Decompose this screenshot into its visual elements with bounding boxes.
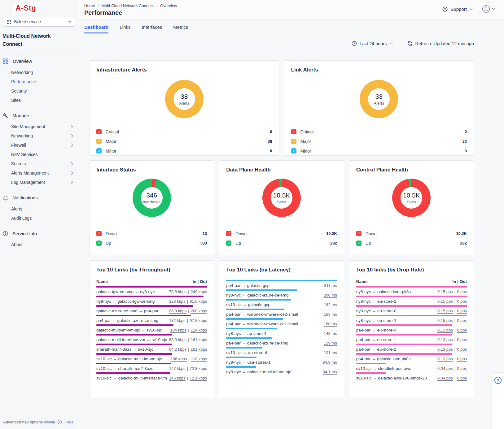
legend-checkbox[interactable]: ✓ [291, 148, 296, 154]
latency-value-link[interactable]: 101 ms [324, 350, 337, 355]
in-value-link[interactable]: 0.13 pps [437, 328, 453, 332]
out-value-link[interactable]: 97.8 kbps [190, 318, 207, 323]
out-value-link[interactable]: 161 kbps [191, 337, 207, 342]
in-value-link[interactable]: 0.04 pps [437, 366, 453, 371]
legend-checkbox[interactable]: ✓ [226, 240, 231, 246]
in-value-link[interactable]: 86.8 kbps [169, 309, 186, 313]
in-value-link[interactable]: 104 kbps [170, 328, 186, 332]
sidebar-section-service-info[interactable]: Service Info [0, 226, 78, 240]
tab-links[interactable]: Links [120, 24, 130, 33]
in-value-link[interactable]: 0.15 pps [437, 309, 453, 313]
tab-interfaces[interactable]: Interfaces [142, 24, 162, 33]
out-value-link[interactable]: 161 kbps [191, 347, 207, 352]
out-value-link[interactable]: 0 pps [457, 328, 467, 332]
out-value-link[interactable]: 118 kbps [191, 357, 207, 361]
in-value-link[interactable]: 0.15 pps [437, 289, 453, 294]
legend-checkbox[interactable]: ✓ [96, 139, 102, 144]
sidebar-item-about[interactable]: About [0, 240, 78, 249]
out-value-link[interactable]: 0 pps [457, 289, 467, 294]
hide-nav-link[interactable]: Hide [65, 420, 74, 424]
out-value-link[interactable]: 0 pps [457, 337, 467, 342]
out-value-link[interactable]: 91.6 kbps [190, 299, 207, 304]
sidebar-item-security[interactable]: Security [0, 86, 78, 96]
link-alerts-link[interactable]: Link Alerts [291, 67, 318, 73]
sidebar-section-manage[interactable]: Manage [0, 108, 78, 122]
latency-value-link[interactable]: 311 ms [324, 283, 337, 288]
in-value-link[interactable]: 147 kbps [169, 366, 186, 371]
out-value-link[interactable]: 0 pps [457, 357, 467, 361]
out-value-link[interactable]: 124 kbps [191, 328, 207, 332]
out-value-link[interactable]: 0 pps [457, 318, 467, 323]
legend-checkbox[interactable]: ✓ [96, 129, 102, 134]
sidebar-item-alerts-management[interactable]: Alerts Management [0, 168, 78, 178]
in-value-link[interactable]: 63.9 kbps [169, 337, 186, 342]
out-value-link[interactable]: 72.8 kbps [190, 366, 207, 371]
latency-value-link[interactable]: 129 ms [324, 341, 337, 345]
interface-status-link[interactable]: Interface Status [96, 167, 136, 173]
in-value-link[interactable]: 0.13 pps [437, 357, 453, 361]
tab-dashboard[interactable]: Dashboard [84, 24, 108, 33]
legend-checkbox[interactable]: ✓ [96, 148, 102, 154]
breadcrumb-home[interactable]: Home [84, 3, 95, 8]
latency-value-link[interactable]: 143 ms [324, 331, 337, 336]
top-links-throughput-link[interactable]: Top 10 Links (by Throughput) [96, 267, 170, 273]
breadcrumb-overview[interactable]: Overview [160, 3, 177, 8]
out-value-link[interactable]: 0 pps [457, 299, 467, 304]
in-value-link[interactable]: 0.04 pps [437, 376, 453, 380]
sidebar-item-networking-manage[interactable]: Networking [0, 131, 78, 141]
legend-checkbox[interactable]: ✓ [291, 139, 296, 144]
sidebar-item-nfv-services[interactable]: NFV Services [0, 150, 78, 159]
latency-value-link[interactable]: 182 ms [324, 302, 337, 307]
breadcrumb-service[interactable]: Multi-Cloud Network Connect [101, 3, 154, 8]
out-value-link[interactable]: 72.1 kbps [190, 376, 207, 380]
infrastructure-alerts-link[interactable]: Infrastructure Alerts [96, 67, 147, 73]
in-value-link[interactable]: 106 kbps [170, 357, 187, 361]
in-value-link[interactable]: 78.8 kbps [169, 289, 186, 294]
tab-metrics[interactable]: Metrics [173, 24, 188, 33]
in-value-link[interactable]: 64.2 kbps [169, 347, 186, 352]
latency-value-link[interactable]: 163 ms [324, 312, 337, 317]
out-value-link[interactable]: 0 pps [457, 309, 467, 313]
time-range-select[interactable]: Last 24 hours [352, 41, 393, 46]
in-value-link[interactable]: 226 kbps [169, 299, 186, 304]
in-value-link[interactable]: 0.15 pps [437, 299, 453, 304]
latency-value-link[interactable]: 200 ms [324, 293, 337, 297]
in-value-link[interactable]: 0.13 pps [437, 337, 453, 342]
legend-checkbox[interactable]: ✓ [356, 231, 362, 236]
legend-checkbox[interactable]: ✓ [291, 129, 296, 134]
in-value-link[interactable]: 182 kbps [169, 318, 186, 323]
sidebar-item-firewall[interactable]: Firewall [0, 141, 78, 150]
legend-checkbox[interactable]: ✓ [96, 240, 102, 246]
out-value-link[interactable]: 0 pps [457, 366, 467, 371]
legend-checkbox[interactable]: ✓ [356, 240, 362, 246]
legend-checkbox[interactable]: ✓ [96, 231, 102, 236]
sidebar-item-log-management[interactable]: Log Management [0, 178, 78, 187]
sidebar-item-sites[interactable]: Sites [0, 96, 78, 105]
sidebar-item-networking[interactable]: Networking [0, 68, 78, 77]
sidebar-section-overview[interactable]: Overview [0, 54, 78, 68]
sidebar-item-site-management[interactable]: Site Management [0, 122, 78, 131]
legend-checkbox[interactable]: ✓ [226, 231, 231, 236]
sidebar-section-notifications[interactable]: Notifications [0, 190, 78, 204]
service-selector[interactable]: Select service [3, 17, 75, 27]
user-menu[interactable] [482, 5, 495, 13]
latency-value-link[interactable]: 160 ms [324, 322, 337, 326]
sidebar-item-alerts[interactable]: Alerts [0, 204, 78, 214]
sidebar-item-secrets[interactable]: Secrets [0, 159, 78, 168]
out-value-link[interactable]: 249 kbps [191, 289, 207, 294]
support-menu[interactable]: Support [442, 6, 473, 12]
in-value-link[interactable]: 0.13 pps [437, 347, 453, 352]
in-value-link[interactable]: 146 kbps [169, 376, 186, 380]
top-links-latency-link[interactable]: Top 10 Links (by Latency) [226, 267, 291, 273]
refresh-button[interactable]: Refresh: Updated 12 min ago [407, 41, 474, 46]
out-value-link[interactable]: 0 pps [457, 376, 467, 380]
out-value-link[interactable]: 200 kbps [191, 309, 207, 313]
in-value-link[interactable]: 0.15 pps [437, 318, 453, 323]
latency-value-link[interactable]: 84.1 ms [322, 370, 337, 374]
latency-value-link[interactable]: 84.9 ms [322, 360, 337, 365]
top-links-drop-rate-link[interactable]: Top 10 links (by Drop Rate) [356, 267, 424, 273]
sidebar-item-audit-logs[interactable]: Audit Logs [0, 214, 78, 223]
out-value-link[interactable]: 0 pps [457, 347, 467, 352]
help-icon[interactable]: ? [494, 377, 502, 384]
sidebar-item-performance[interactable]: Performance [0, 77, 78, 86]
